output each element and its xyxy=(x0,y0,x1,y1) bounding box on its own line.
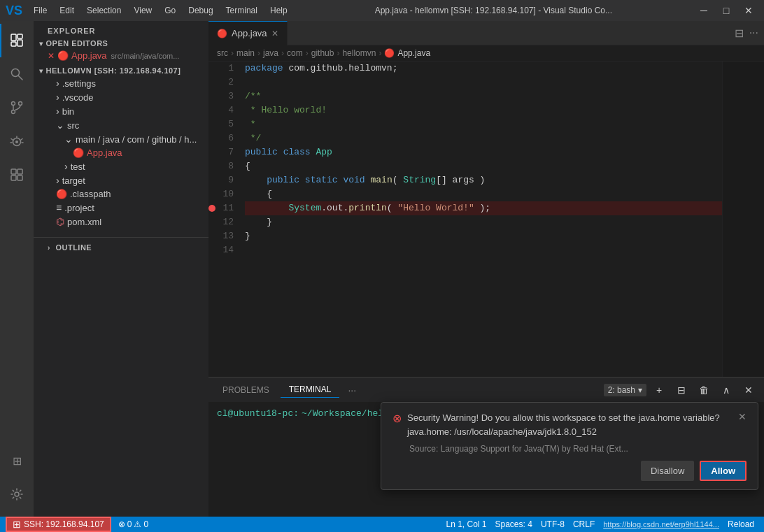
folder-test[interactable]: › test xyxy=(34,159,208,173)
split-terminal-button[interactable]: ⊟ xyxy=(672,380,691,400)
menu-terminal[interactable]: Terminal xyxy=(220,4,263,17)
svg-rect-2 xyxy=(17,34,22,38)
code-line-14 xyxy=(245,243,722,257)
breadcrumb-file[interactable]: App.java xyxy=(397,48,430,58)
folder-name: .settings xyxy=(62,78,96,89)
folder-main[interactable]: ⌄ main / java / com / github / h... xyxy=(34,132,208,146)
menu-debug[interactable]: Debug xyxy=(183,4,218,17)
breadcrumb-sep: › xyxy=(231,48,234,58)
ssh-status[interactable]: ⊞ SSH: 192.168.94.107 xyxy=(6,517,111,532)
breadcrumb-github[interactable]: github xyxy=(311,48,334,58)
folder-name: target xyxy=(62,175,85,186)
close-button[interactable]: ✕ xyxy=(739,1,758,20)
menu-file[interactable]: File xyxy=(28,4,52,17)
breadcrumb-main[interactable]: main xyxy=(236,48,255,58)
svg-point-4 xyxy=(12,69,20,77)
breadcrumb-src[interactable]: src xyxy=(217,48,228,58)
open-editors-label: OPEN EDITORS xyxy=(46,39,108,48)
menu-selection[interactable]: Selection xyxy=(81,4,127,17)
kill-terminal-button[interactable]: 🗑 xyxy=(694,380,714,400)
folder-name: main / java / com / github / h... xyxy=(76,134,197,145)
file-pom-xml[interactable]: ⌬ pom.xml xyxy=(34,215,208,229)
code-content[interactable]: package com.github.hellomvn; /** * Hello… xyxy=(242,62,722,377)
open-editor-name: App.java xyxy=(71,50,107,61)
split-editor-icon[interactable]: ⊟ xyxy=(735,27,744,40)
svg-rect-1 xyxy=(17,40,22,46)
warning-icon: ⚠ xyxy=(134,519,141,529)
source-control-icon[interactable] xyxy=(0,91,34,124)
open-editor-file[interactable]: ✕ 🔴 App.java src/main/java/com... xyxy=(34,49,208,62)
remote-icon[interactable]: ⊞ xyxy=(0,444,34,477)
errors-status[interactable]: ⊗ 0 ⚠ 0 xyxy=(114,519,153,529)
menu-edit[interactable]: Edit xyxy=(54,4,80,17)
menu-view[interactable]: View xyxy=(128,4,157,17)
svg-rect-13 xyxy=(11,175,16,180)
outline-label: OUTLINE xyxy=(55,243,92,252)
add-terminal-button[interactable]: + xyxy=(649,380,669,400)
minimize-button[interactable]: ─ xyxy=(694,1,714,20)
breadcrumb-sep: › xyxy=(306,48,309,58)
file-name: .classpath xyxy=(70,189,111,199)
more-actions-icon[interactable]: ··· xyxy=(749,27,758,39)
folder-vscode[interactable]: › .vscode xyxy=(34,90,208,104)
url-status[interactable]: https://blog.csdn.net/erp9hl1144... xyxy=(599,520,723,529)
folder-target[interactable]: › target xyxy=(34,173,208,187)
search-icon[interactable] xyxy=(0,57,34,91)
open-editors-header[interactable]: ▾ OPEN EDITORS xyxy=(34,38,208,49)
spaces-status[interactable]: Spaces: 4 xyxy=(491,519,537,529)
code-line-11: System.out.println( "Hello World!" ); xyxy=(245,201,722,215)
tab-problems[interactable]: PROBLEMS xyxy=(214,382,278,398)
allow-button[interactable]: Allow xyxy=(700,461,747,481)
chevron-right-icon: › xyxy=(56,92,59,103)
folder-name: test xyxy=(71,161,85,172)
terminal-selector-label: 2: bash xyxy=(608,385,635,395)
file-classpath[interactable]: 🔴 .classpath xyxy=(34,187,208,201)
tab-close-icon[interactable]: ✕ xyxy=(271,29,278,38)
file-app-java[interactable]: 🔴 App.java xyxy=(34,146,208,159)
panel-controls: 2: bash ▾ + ⊟ 🗑 ∧ ✕ xyxy=(604,380,758,400)
menu-help[interactable]: Help xyxy=(264,4,293,17)
debug-icon[interactable] xyxy=(0,124,34,158)
breadcrumb-com[interactable]: com xyxy=(287,48,303,58)
code-line-5: * xyxy=(245,117,722,131)
code-line-9: public static void main( String[] args ) xyxy=(245,173,722,187)
folder-settings[interactable]: › .settings xyxy=(34,76,208,90)
line-num-6: 6 xyxy=(214,131,234,145)
breadcrumb-java[interactable]: java xyxy=(263,48,278,58)
notification-header: ⊗ Security Warning! Do you allow this wo… xyxy=(392,411,747,438)
notification-close-button[interactable]: ✕ xyxy=(738,411,747,422)
security-notification: ⊗ Security Warning! Do you allow this wo… xyxy=(381,402,758,490)
project-header[interactable]: ▾ HELLOMVN [SSH: 192.168.94.107] xyxy=(34,65,208,76)
cursor-position-status[interactable]: Ln 1, Col 1 xyxy=(441,519,490,529)
line-ending-status[interactable]: CRLF xyxy=(569,519,599,529)
breadcrumb-hellomvn[interactable]: hellomvn xyxy=(342,48,376,58)
code-editor[interactable]: 1 2 3 4 5 6 7 8 9 10 11 12 13 14 xyxy=(208,62,764,377)
terminal-selector[interactable]: 2: bash ▾ xyxy=(604,384,646,396)
svg-rect-3 xyxy=(11,42,16,46)
folder-src[interactable]: ⌄ src xyxy=(34,118,208,132)
settings-icon[interactable] xyxy=(0,477,34,511)
chevron-down-icon: ▾ xyxy=(638,385,642,395)
folder-bin[interactable]: › bin xyxy=(34,104,208,118)
close-panel-button[interactable]: ✕ xyxy=(739,380,758,400)
disallow-button[interactable]: Disallow xyxy=(641,461,694,481)
breadcrumb: src › main › java › com › github › hello… xyxy=(208,45,764,62)
project-label: HELLOMVN [SSH: 192.168.94.107] xyxy=(46,66,181,75)
reload-status[interactable]: Reload xyxy=(723,519,758,529)
extensions-icon[interactable] xyxy=(0,158,34,192)
status-right: Ln 1, Col 1 Spaces: 4 UTF-8 CRLF https:/… xyxy=(441,519,758,529)
outline-header[interactable]: › OUTLINE xyxy=(34,240,208,254)
more-panels-button[interactable]: ··· xyxy=(342,384,362,396)
menu-go[interactable]: Go xyxy=(159,4,181,17)
tab-bar-actions: ⊟ ··· xyxy=(735,27,764,40)
file-project[interactable]: ≡ .project xyxy=(34,201,208,215)
outline-section: › OUTLINE xyxy=(34,237,208,254)
maximize-panel-button[interactable]: ∧ xyxy=(716,380,736,400)
encoding-status[interactable]: UTF-8 xyxy=(537,519,569,529)
tab-terminal[interactable]: TERMINAL xyxy=(281,382,340,398)
tab-app-java[interactable]: 🔴 App.java ✕ xyxy=(208,21,288,45)
maximize-button[interactable]: □ xyxy=(716,1,736,20)
explorer-icon[interactable] xyxy=(0,24,34,57)
breadcrumb-sep: › xyxy=(257,48,260,58)
line-num-11: 11 xyxy=(214,201,234,215)
